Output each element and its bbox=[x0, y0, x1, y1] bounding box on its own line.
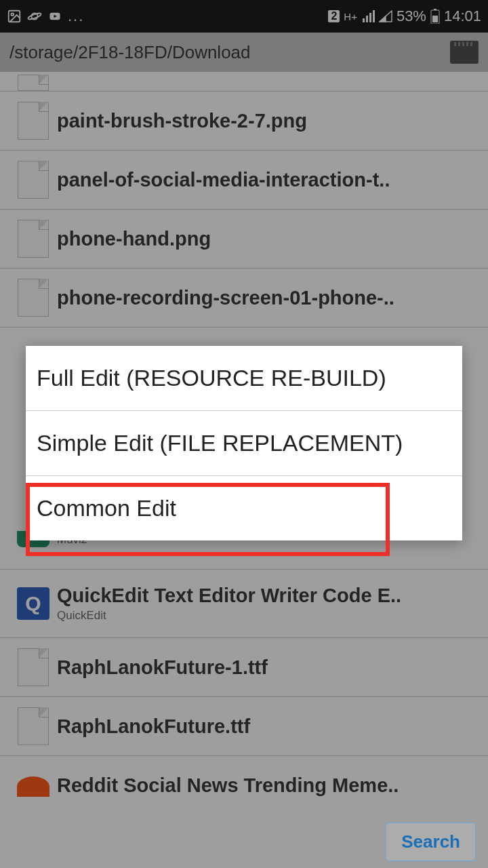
dialog-option-full-edit[interactable]: Full Edit (RESOURCE RE-BUILD) bbox=[26, 346, 462, 411]
edit-mode-dialog: Full Edit (RESOURCE RE-BUILD) Simple Edi… bbox=[26, 346, 462, 540]
dialog-option-simple-edit[interactable]: Simple Edit (FILE REPLACEMENT) bbox=[26, 411, 462, 476]
search-button[interactable]: Search bbox=[386, 823, 476, 861]
dialog-option-common-edit[interactable]: Common Edit bbox=[26, 476, 462, 540]
